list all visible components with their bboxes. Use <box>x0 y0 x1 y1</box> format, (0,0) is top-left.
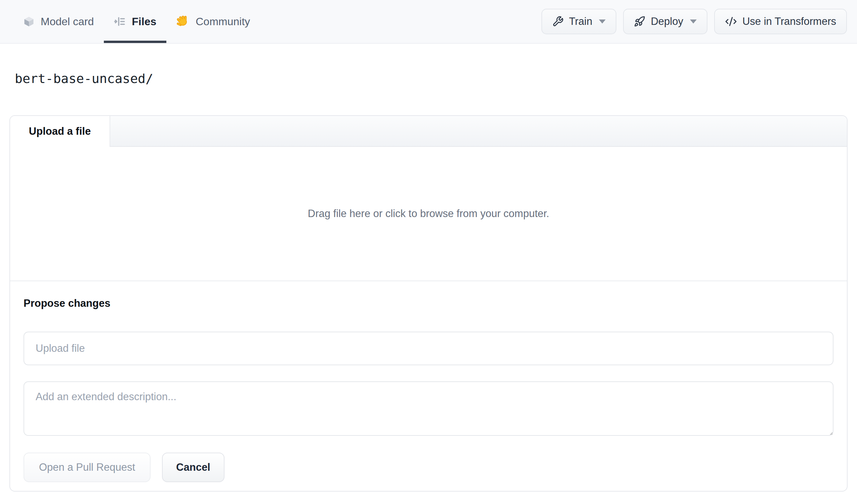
propose-changes-section: Propose changes Open a Pull Request Canc… <box>10 281 847 482</box>
wrench-icon <box>552 16 564 27</box>
propose-changes-heading: Propose changes <box>23 297 834 310</box>
waving-hand-icon <box>177 15 190 28</box>
code-icon <box>725 15 737 28</box>
upload-panel: Upload a file Drag file here or click to… <box>10 115 847 491</box>
dropzone-text: Drag file here or click to browse from y… <box>308 208 549 220</box>
train-button[interactable]: Train <box>541 9 616 34</box>
tabstrip-filler <box>110 116 847 147</box>
tab-community[interactable]: Community <box>166 0 260 43</box>
chevron-down-icon <box>690 19 697 23</box>
tab-label: Community <box>196 15 250 28</box>
deploy-button-label: Deploy <box>651 15 683 28</box>
propose-actions-row: Open a Pull Request Cancel <box>23 453 834 482</box>
rocket-icon <box>634 16 645 27</box>
use-in-transformers-label: Use in Transformers <box>742 15 836 28</box>
tab-label: Files <box>132 15 156 28</box>
repo-actions: Train Deploy <box>541 0 847 43</box>
upload-file-input[interactable] <box>23 332 834 365</box>
file-dropzone[interactable]: Drag file here or click to browse from y… <box>10 147 847 281</box>
tab-files[interactable]: Files <box>104 0 166 43</box>
cancel-button[interactable]: Cancel <box>162 453 224 482</box>
use-in-transformers-button[interactable]: Use in Transformers <box>714 9 847 34</box>
repo-header: Model card Files <box>0 0 857 44</box>
file-tree-icon <box>114 15 126 28</box>
tab-label: Model card <box>41 15 94 28</box>
deploy-button[interactable]: Deploy <box>623 9 707 34</box>
breadcrumb[interactable]: bert-base-uncased/ <box>15 70 857 87</box>
upload-tabstrip: Upload a file <box>10 116 847 147</box>
repo-tab-bar: Model card Files <box>13 0 260 43</box>
cube-icon <box>23 15 35 28</box>
tab-upload-a-file[interactable]: Upload a file <box>10 116 110 147</box>
tab-model-card[interactable]: Model card <box>13 0 104 43</box>
chevron-down-icon <box>599 19 606 23</box>
upload-tab-label: Upload a file <box>29 125 91 137</box>
open-pull-request-button[interactable]: Open a Pull Request <box>23 453 151 482</box>
extended-description-textarea[interactable] <box>23 381 834 436</box>
train-button-label: Train <box>569 15 592 28</box>
